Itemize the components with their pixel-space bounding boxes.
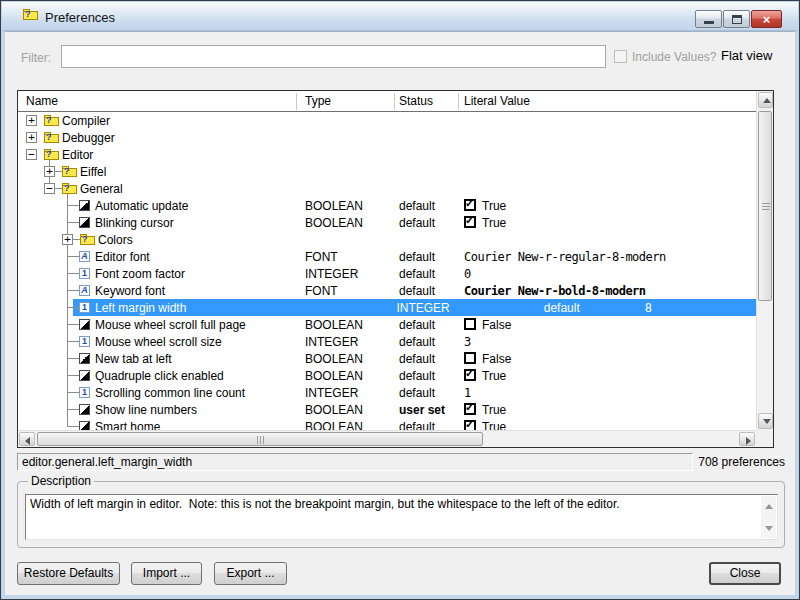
type-cell: INTEGER xyxy=(305,267,358,281)
row-label: New tab at left xyxy=(95,352,172,366)
tree-row-automatic-update[interactable]: Automatic updateBOOLEANdefault✓True xyxy=(18,197,756,214)
row-label: Debugger xyxy=(62,131,115,145)
expand-toggle[interactable]: + xyxy=(26,115,37,126)
flat-view-button[interactable]: Flat view xyxy=(721,48,772,63)
tree-row-editor-font[interactable]: AEditor fontFONTdefaultCourier New-r-reg… xyxy=(18,248,756,265)
type-cell: BOOLEAN xyxy=(305,403,363,417)
checkmark-icon: ✓ xyxy=(465,401,474,414)
preferences-folder-icon: ? xyxy=(23,9,40,24)
window-title: Preferences xyxy=(45,10,115,25)
vertical-scroll-thumb[interactable] xyxy=(758,111,772,301)
tree-row-keyword-font[interactable]: AKeyword fontFONTdefaultCourier New-r-bo… xyxy=(18,282,756,299)
tree-row-smart-home[interactable]: Smart homeBOOLEANdefault✓True xyxy=(18,418,756,430)
horizontal-scrollbar[interactable] xyxy=(18,430,756,447)
scroll-left-button[interactable] xyxy=(19,432,35,446)
value-checkbox[interactable] xyxy=(464,318,476,330)
tree-row-compiler[interactable]: +?Compiler xyxy=(18,112,756,129)
expand-toggle[interactable]: − xyxy=(44,183,55,194)
tree-row-eiffel[interactable]: +?Eiffel xyxy=(18,163,756,180)
tree-row-editor[interactable]: −?Editor xyxy=(18,146,756,163)
status-cell: default xyxy=(399,420,435,430)
type-cell: BOOLEAN xyxy=(305,318,363,332)
status-cell: default xyxy=(399,250,435,264)
tree-row-quadruple-click-enabled[interactable]: Quadruple click enabledBOOLEANdefault✓Tr… xyxy=(18,367,756,384)
scroll-down-button[interactable] xyxy=(758,413,773,429)
tree-row-colors[interactable]: +?Colors xyxy=(18,231,756,248)
value-checkbox[interactable]: ✓ xyxy=(464,420,476,430)
close-button[interactable]: Close xyxy=(709,562,781,585)
row-label: Editor font xyxy=(95,250,150,264)
font-icon: A xyxy=(79,285,90,296)
expand-toggle[interactable]: − xyxy=(26,149,37,160)
expand-toggle[interactable]: + xyxy=(62,234,73,245)
value-cell: True xyxy=(482,403,506,417)
checkmark-icon: ✓ xyxy=(465,214,474,227)
tree-row-scrolling-common-line-count[interactable]: 1Scrolling common line countINTEGERdefau… xyxy=(18,384,756,401)
value-checkbox[interactable] xyxy=(464,352,476,364)
vertical-scrollbar[interactable] xyxy=(756,91,773,430)
restore-defaults-button[interactable]: Restore Defaults xyxy=(17,562,120,585)
boolean-icon xyxy=(79,200,90,211)
expand-toggle[interactable]: + xyxy=(26,132,37,143)
column-header-literal[interactable]: Literal Value xyxy=(464,94,530,108)
tree-row-blinking-cursor[interactable]: Blinking cursorBOOLEANdefault✓True xyxy=(18,214,756,231)
scroll-up-button[interactable] xyxy=(758,92,773,108)
status-cell: default xyxy=(399,267,435,281)
close-window-button[interactable]: × xyxy=(751,10,782,28)
tree-row-debugger[interactable]: +?Debugger xyxy=(18,129,756,146)
maximize-button[interactable] xyxy=(723,10,750,28)
tree-connector-stub xyxy=(67,222,79,223)
value-checkbox[interactable]: ✓ xyxy=(464,216,476,228)
include-values-checkbox[interactable] xyxy=(614,50,627,63)
column-divider[interactable] xyxy=(296,93,297,110)
tree-row-general[interactable]: −?General xyxy=(18,180,756,197)
scroll-right-button[interactable] xyxy=(739,432,755,446)
value-checkbox[interactable]: ✓ xyxy=(464,369,476,381)
horizontal-scroll-thumb[interactable] xyxy=(37,432,483,446)
column-header-name[interactable]: Name xyxy=(26,94,58,108)
status-cell: default xyxy=(544,301,580,315)
title-bar[interactable]: ? Preferences × xyxy=(2,2,798,31)
expand-toggle[interactable]: + xyxy=(44,166,55,177)
value-cell: Courier New-r-bold-8-modern xyxy=(464,284,646,298)
type-cell: FONT xyxy=(305,284,338,298)
include-values-label: Include Values? xyxy=(632,50,717,64)
column-divider[interactable] xyxy=(394,93,395,110)
value-cell: True xyxy=(482,369,506,383)
row-label: Keyword font xyxy=(95,284,165,298)
import-button[interactable]: Import ... xyxy=(131,562,202,585)
boolean-icon xyxy=(79,353,90,364)
tree-row-new-tab-at-left[interactable]: New tab at leftBOOLEANdefaultFalse xyxy=(18,350,756,367)
value-checkbox[interactable]: ✓ xyxy=(464,199,476,211)
type-cell: INTEGER xyxy=(305,335,358,349)
tree-connector-stub xyxy=(67,426,79,427)
arrow-down-icon xyxy=(763,419,771,424)
description-scrollbar[interactable] xyxy=(761,496,776,538)
column-header-status[interactable]: Status xyxy=(399,94,433,108)
folder-icon: ? xyxy=(44,149,59,160)
export-button[interactable]: Export ... xyxy=(214,562,287,585)
arrow-up-icon xyxy=(765,504,773,509)
description-text: Width of left margin in editor. Note: th… xyxy=(30,497,755,511)
tree-rows: +?Compiler+?Debugger−?Editor+?Eiffel−?Ge… xyxy=(18,112,756,430)
column-header-type[interactable]: Type xyxy=(305,94,331,108)
row-label: Quadruple click enabled xyxy=(95,369,224,383)
tree-row-mouse-wheel-scroll-size[interactable]: 1Mouse wheel scroll sizeINTEGERdefault3 xyxy=(18,333,756,350)
tree-row-mouse-wheel-scroll-full-page[interactable]: Mouse wheel scroll full pageBOOLEANdefau… xyxy=(18,316,756,333)
value-cell: 0 xyxy=(464,267,471,281)
filter-input[interactable] xyxy=(61,45,606,68)
tree-connector-stub xyxy=(67,392,79,393)
tree-row-font-zoom-factor[interactable]: 1Font zoom factorINTEGERdefault0 xyxy=(18,265,756,282)
selected-preference-path: editor.general.left_margin_width xyxy=(17,453,693,471)
type-cell: BOOLEAN xyxy=(305,199,363,213)
checkmark-icon: ✓ xyxy=(465,418,474,430)
tree-row-show-line-numbers[interactable]: Show line numbersBOOLEANuser set✓True xyxy=(18,401,756,418)
column-divider[interactable] xyxy=(458,93,459,110)
description-textarea[interactable]: Width of left margin in editor. Note: th… xyxy=(25,494,778,540)
minimize-button[interactable] xyxy=(695,10,722,28)
tree-row-left-margin-width[interactable]: 1Left margin widthINTEGERdefault8 xyxy=(18,299,756,316)
boolean-icon xyxy=(79,404,90,415)
value-checkbox[interactable]: ✓ xyxy=(464,403,476,415)
row-label: Eiffel xyxy=(80,165,106,179)
tree-connector-stub xyxy=(67,375,79,376)
